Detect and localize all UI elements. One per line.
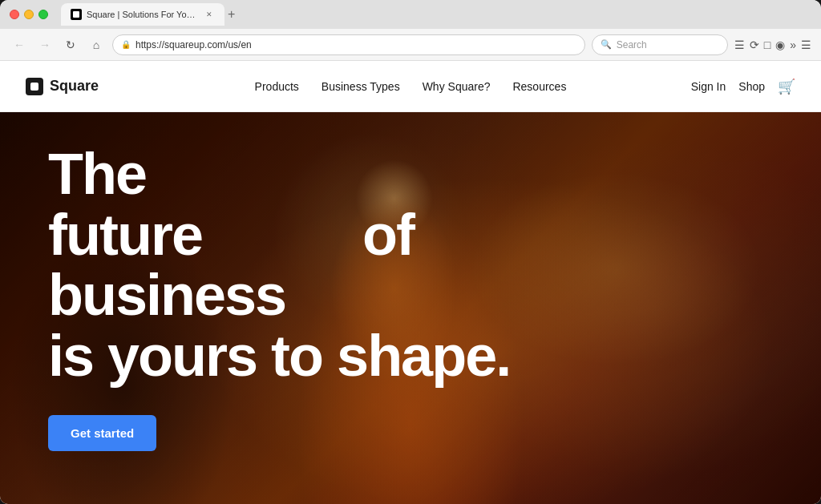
back-button[interactable]: ← [10,35,29,54]
logo-inner [30,83,38,91]
headline-line4: is yours to shape. [48,326,593,387]
menu-icon[interactable]: ☰ [801,38,811,51]
hero-headline: The future of business is yours to shape… [48,144,593,386]
site-navigation: Square Products Business Types Why Squar… [0,61,821,112]
site-logo[interactable]: Square [26,78,99,95]
headline-line2: future of [48,205,593,266]
active-tab[interactable]: Square | Solutions For Your Sm... ✕ [61,3,224,26]
more-icon[interactable]: » [790,38,796,51]
shield-icon[interactable]: ◉ [775,38,785,51]
headline-line3: business [48,265,593,326]
logo-square-icon [26,78,43,95]
logo-text: Square [50,78,99,95]
headline-line1: The [48,144,593,205]
search-bar[interactable]: 🔍 Search [592,34,728,55]
headline-line2a: future [48,205,202,266]
bookmarks-icon[interactable]: ☰ [734,38,745,51]
toolbar-icons: ☰ ⟳ □ ◉ » ☰ [734,38,811,51]
address-bar[interactable]: 🔒 https://squareup.com/us/en [112,34,585,55]
nav-products[interactable]: Products [255,80,299,93]
title-bar: Square | Solutions For Your Sm... ✕ + [0,0,821,29]
nav-links: Products Business Types Why Square? Reso… [255,80,567,93]
forward-button[interactable]: → [35,35,55,54]
tab-favicon [71,9,82,20]
hero-section: The future of business is yours to shape… [0,112,821,504]
sign-in-button[interactable]: Sign In [691,80,726,93]
get-started-button[interactable]: Get started [48,415,156,451]
new-tab-button[interactable]: + [228,8,235,21]
hero-cta: Get started [48,415,593,451]
nav-why-square[interactable]: Why Square? [423,80,491,93]
traffic-lights [10,10,48,19]
url-text: https://squareup.com/us/en [135,39,576,50]
browser-toolbar: ← → ↻ ⌂ 🔒 https://squareup.com/us/en 🔍 S… [0,29,821,61]
nav-actions: Sign In Shop 🛒 [691,78,795,95]
home-button[interactable]: ⌂ [87,35,106,54]
minimize-button[interactable] [24,10,34,19]
cart-icon[interactable]: 🛒 [778,78,795,95]
extensions-icon[interactable]: □ [764,38,770,51]
maximize-button[interactable] [38,10,48,19]
website-content: Square Products Business Types Why Squar… [0,61,821,504]
tab-bar: Square | Solutions For Your Sm... ✕ + [61,3,811,26]
shop-button[interactable]: Shop [738,80,765,93]
search-placeholder: Search [617,39,647,50]
reload-button[interactable]: ↻ [61,35,80,54]
tab-title: Square | Solutions For Your Sm... [87,10,199,19]
browser-window: Square | Solutions For Your Sm... ✕ + ← … [0,0,821,504]
search-icon: 🔍 [601,39,612,50]
close-button[interactable] [10,10,19,19]
hero-content: The future of business is yours to shape… [0,112,641,483]
history-icon[interactable]: ⟳ [750,38,759,51]
headline-line2b: of [362,205,414,266]
nav-business-types[interactable]: Business Types [322,80,400,93]
lock-icon: 🔒 [121,40,131,49]
nav-resources[interactable]: Resources [512,80,566,93]
tab-close-button[interactable]: ✕ [204,9,215,20]
